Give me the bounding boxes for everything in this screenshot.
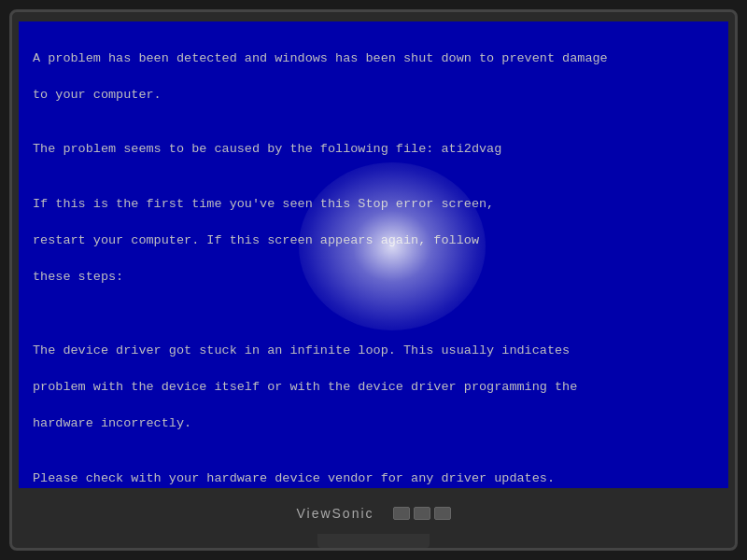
bsod-line-15: Please check with your hardware device v… (33, 469, 714, 488)
bsod-line-11: The device driver got stuck in an infini… (33, 342, 714, 360)
bsod-line-1: A problem has been detected and windows … (33, 49, 714, 68)
monitor-bottom-bar: ViewSonic (19, 493, 728, 534)
monitor-button-2[interactable] (414, 507, 430, 520)
monitor-button-3[interactable] (434, 507, 451, 520)
monitor-button-1[interactable] (393, 507, 410, 520)
monitor-stand (317, 534, 430, 548)
bsod-line-2: to your computer. (33, 86, 714, 105)
bsod-line-7: restart your computer. If this screen ap… (33, 231, 714, 250)
bsod-content: A problem has been detected and windows … (33, 31, 714, 488)
bsod-line-8: these steps: (33, 268, 714, 287)
monitor-buttons (393, 507, 451, 520)
bsod-line-13: hardware incorrectly. (33, 414, 714, 433)
brand-label: ViewSonic (296, 506, 374, 521)
bsod-screen: A problem has been detected and windows … (19, 21, 728, 488)
bsod-line-4: The problem seems to be caused by the fo… (33, 140, 714, 159)
monitor-frame: A problem has been detected and windows … (9, 9, 738, 551)
bsod-line-6: If this is the first time you've seen th… (33, 195, 714, 214)
bsod-line-12: problem with the device itself or with t… (33, 378, 714, 397)
